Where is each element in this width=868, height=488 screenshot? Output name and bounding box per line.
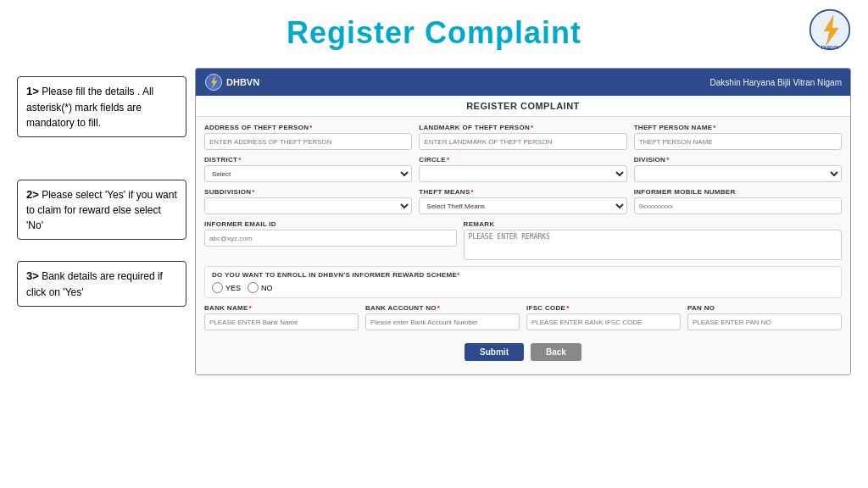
ifsc-input[interactable] xyxy=(526,313,681,330)
landmark-group: LANDMARK OF THEFT PERSON* xyxy=(419,124,626,150)
form-body: ADDRESS OF THEFT PERSON* LANDMARK OF THE… xyxy=(196,117,850,374)
callout-1-number: 1> xyxy=(26,85,39,97)
division-group: DIVISION* xyxy=(634,156,842,182)
reward-section: DO YOU WANT TO ENROLL IN DHBVN'S INFORME… xyxy=(204,266,842,298)
submit-button[interactable]: Submit xyxy=(465,343,524,361)
remarks-group: REMARK xyxy=(464,220,842,260)
bank-account-input[interactable] xyxy=(365,313,520,330)
form-section-title: REGISTER COMPLAINT xyxy=(196,96,850,117)
reward-yes-radio[interactable] xyxy=(212,282,223,293)
form-logo-icon xyxy=(204,73,223,92)
callout-1-text: Please fill the details . All asterisk(*… xyxy=(26,86,153,129)
district-select[interactable]: Select xyxy=(204,165,412,182)
division-select[interactable] xyxy=(634,165,842,182)
form-brand: DHBVN xyxy=(204,73,259,92)
circle-label: CIRCLE* xyxy=(419,156,626,164)
back-button[interactable]: Back xyxy=(531,343,581,361)
ifsc-group: IFSC CODE* xyxy=(526,304,681,330)
pan-input[interactable] xyxy=(687,313,842,330)
landmark-input[interactable] xyxy=(419,133,626,150)
circle-group: CIRCLE* xyxy=(419,156,626,182)
dhbvn-logo-icon: DHBVN xyxy=(809,8,851,51)
bank-name-input[interactable] xyxy=(204,313,359,330)
brand-name: DHBVN xyxy=(226,77,259,87)
ifsc-label: IFSC CODE* xyxy=(526,304,681,312)
form-row-4: INFORMER EMAIL ID REMARK xyxy=(204,220,842,260)
district-group: DISTRICT* Select xyxy=(204,156,412,182)
subdivision-label: SUBDIVISION* xyxy=(204,188,412,196)
bank-account-group: BANK ACCOUNT NO* xyxy=(365,304,520,330)
topbar-tagline: Dakshin Haryana Bijli Vitran Nigam xyxy=(710,78,842,87)
reward-no-radio[interactable] xyxy=(248,282,259,293)
theft-name-label: THEFT PERSON NAME* xyxy=(634,124,842,131)
email-label: INFORMER EMAIL ID xyxy=(204,220,457,228)
callout-3-text: Bank details are required if click on 'Y… xyxy=(26,270,163,298)
address-input[interactable] xyxy=(204,133,412,150)
remarks-label: REMARK xyxy=(464,220,842,228)
email-input[interactable] xyxy=(204,230,457,247)
callout-2-number: 2> xyxy=(26,188,39,201)
theft-name-input[interactable] xyxy=(634,133,842,150)
callout-1: 1> Please fill the details . All asteris… xyxy=(17,76,186,137)
reward-no-option[interactable]: NO xyxy=(248,282,273,293)
form-row-3: SUBDIVISION* THEFT MEANS* Select Theft M… xyxy=(204,188,842,214)
page-header: Register Complaint DHBVN xyxy=(0,0,868,59)
email-group: INFORMER EMAIL ID xyxy=(204,220,457,260)
remarks-textarea[interactable] xyxy=(464,230,842,260)
callout-3-number: 3> xyxy=(26,269,39,282)
circle-select[interactable] xyxy=(419,165,626,182)
reward-label: DO YOU WANT TO ENROLL IN DHBVN'S INFORME… xyxy=(212,271,834,279)
district-label: DISTRICT* xyxy=(204,156,412,164)
callout-2-text: Please select 'Yes' if you want to claim… xyxy=(26,189,177,232)
informer-mobile-label: INFORMER MOBILE NUMBER xyxy=(634,188,842,196)
theft-means-label: THEFT MEANS* xyxy=(419,188,626,196)
reward-yes-label: YES xyxy=(225,284,241,292)
callout-2: 2> Please select 'Yes' if you want to cl… xyxy=(17,180,186,241)
pan-group: PAN NO xyxy=(687,304,842,330)
informer-mobile-input[interactable] xyxy=(634,197,842,214)
svg-text:DHBVN: DHBVN xyxy=(821,45,839,50)
informer-mobile-group: INFORMER MOBILE NUMBER xyxy=(634,188,842,214)
bank-name-label: BANK NAME* xyxy=(204,304,359,312)
subdivision-select[interactable] xyxy=(204,197,412,214)
address-label: ADDRESS OF THEFT PERSON* xyxy=(204,124,412,131)
address-group: ADDRESS OF THEFT PERSON* xyxy=(204,124,412,150)
register-complaint-form: DHBVN Dakshin Haryana Bijli Vitran Nigam… xyxy=(195,68,851,375)
reward-radio-group: YES NO xyxy=(212,282,834,293)
theft-means-select[interactable]: Select Theft Means xyxy=(419,197,626,214)
page-title: Register Complaint xyxy=(0,15,868,51)
pan-label: PAN NO xyxy=(687,304,842,312)
reward-yes-option[interactable]: YES xyxy=(212,282,241,293)
theft-means-group: THEFT MEANS* Select Theft Means xyxy=(419,188,626,214)
form-row-2: DISTRICT* Select CIRCLE* DI xyxy=(204,156,842,182)
logo-area: DHBVN xyxy=(809,8,851,51)
division-label: DIVISION* xyxy=(634,156,842,164)
bank-name-group: BANK NAME* xyxy=(204,304,359,330)
callout-3: 3> Bank details are required if click on… xyxy=(17,261,186,307)
form-topbar: DHBVN Dakshin Haryana Bijli Vitran Nigam xyxy=(196,69,850,96)
main-content: 1> Please fill the details . All asteris… xyxy=(0,59,868,384)
landmark-label: LANDMARK OF THEFT PERSON* xyxy=(419,124,626,131)
callouts-panel: 1> Please fill the details . All asteris… xyxy=(17,68,186,375)
bank-account-label: BANK ACCOUNT NO* xyxy=(365,304,520,312)
subdivision-group: SUBDIVISION* xyxy=(204,188,412,214)
bank-details-row: BANK NAME* BANK ACCOUNT NO* IFSC CODE* xyxy=(204,304,842,330)
theft-name-group: THEFT PERSON NAME* xyxy=(634,124,842,150)
reward-no-label: NO xyxy=(261,284,273,292)
form-row-1: ADDRESS OF THEFT PERSON* LANDMARK OF THE… xyxy=(204,124,842,150)
form-buttons: Submit Back xyxy=(204,336,842,368)
